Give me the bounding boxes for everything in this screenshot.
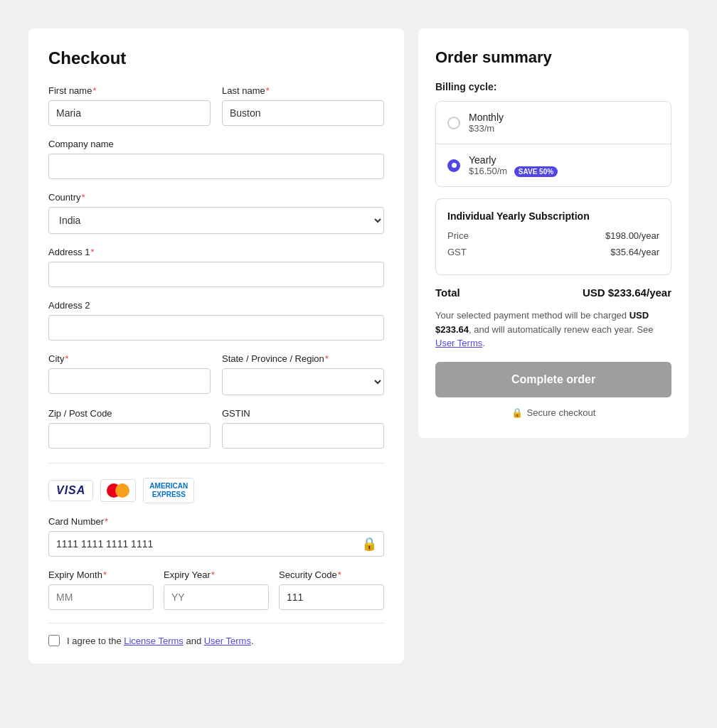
zip-label: Zip / Post Code xyxy=(48,408,211,419)
zip-group: Zip / Post Code xyxy=(48,408,211,449)
gst-label: GST xyxy=(447,247,467,257)
terms-checkbox[interactable] xyxy=(48,635,60,646)
price-row: Price $198.00/year xyxy=(447,230,659,241)
required-star: * xyxy=(211,569,215,580)
zip-input[interactable] xyxy=(48,423,211,449)
address2-group: Address 2 xyxy=(48,300,384,341)
state-label: State / Province / Region* xyxy=(222,353,384,364)
city-group: City* xyxy=(48,353,211,395)
security-code-group: Security Code* xyxy=(279,569,384,610)
gst-value: $35.64/year xyxy=(610,247,659,257)
expiry-year-label: Expiry Year* xyxy=(164,569,269,580)
last-name-label: Last name* xyxy=(222,85,384,96)
monthly-radio[interactable] xyxy=(447,117,460,129)
security-code-input[interactable] xyxy=(279,584,384,610)
security-code-label: Security Code* xyxy=(279,569,384,580)
user-terms-link-left[interactable]: User Terms xyxy=(204,636,251,646)
payment-logos: VISA AMERICANEXPRESS xyxy=(48,478,384,503)
order-panel: Order summary Billing cycle: Monthly $33… xyxy=(418,28,689,438)
payment-notice: Your selected payment method will be cha… xyxy=(435,309,671,350)
save-badge: SAVE 50% xyxy=(514,166,558,177)
total-value: USD $233.64/year xyxy=(583,287,671,299)
address1-input[interactable] xyxy=(48,262,384,287)
card-number-label: Card Number* xyxy=(48,516,384,527)
monthly-option-content: Monthly $33/m xyxy=(469,112,659,134)
user-terms-link-right[interactable]: User Terms xyxy=(435,338,482,348)
monthly-option-name: Monthly xyxy=(469,112,659,123)
card-lock-icon: 🔒 xyxy=(361,536,377,552)
expiry-month-group: Expiry Month* xyxy=(48,569,154,610)
secure-checkout-text: Secure checkout xyxy=(527,407,596,418)
gst-row: GST $35.64/year xyxy=(447,247,659,257)
expiry-year-group: Expiry Year* xyxy=(164,569,269,610)
gstin-input[interactable] xyxy=(222,423,384,449)
license-terms-link[interactable]: License Terms xyxy=(124,636,184,646)
price-label: Price xyxy=(447,230,469,241)
card-number-input[interactable] xyxy=(48,531,384,557)
yearly-radio[interactable] xyxy=(447,159,460,172)
yearly-radio-inner xyxy=(452,163,457,168)
gstin-label: GSTIN xyxy=(222,408,384,419)
address1-label: Address 1* xyxy=(48,247,384,257)
required-star: * xyxy=(82,192,85,203)
expiry-year-input[interactable] xyxy=(164,584,269,610)
zip-gstin-row: Zip / Post Code GSTIN xyxy=(48,408,384,449)
company-name-input[interactable] xyxy=(48,154,384,179)
name-row: First name* Last name* xyxy=(48,85,384,126)
price-value: $198.00/year xyxy=(605,230,659,241)
subscription-title: Individual Yearly Subscription xyxy=(447,210,659,222)
city-state-row: City* State / Province / Region* xyxy=(48,353,384,395)
first-name-input[interactable] xyxy=(48,100,211,126)
address2-label: Address 2 xyxy=(48,300,384,311)
required-star: * xyxy=(325,353,329,364)
state-group: State / Province / Region* xyxy=(222,353,384,395)
company-name-group: Company name xyxy=(48,139,384,179)
secure-checkout: 🔒 Secure checkout xyxy=(435,407,671,418)
billing-option-monthly[interactable]: Monthly $33/m xyxy=(436,102,671,144)
required-star: * xyxy=(105,516,108,527)
first-name-label: First name* xyxy=(48,85,211,96)
mc-orange-circle xyxy=(115,483,129,498)
required-star: * xyxy=(266,85,270,96)
total-row: Total USD $233.64/year xyxy=(435,287,671,299)
required-star: * xyxy=(65,353,68,364)
terms-text: I agree to the License Terms and User Te… xyxy=(67,636,254,646)
country-label: Country* xyxy=(48,192,384,203)
billing-option-yearly[interactable]: Yearly $16.50/m SAVE 50% xyxy=(436,144,671,186)
company-name-label: Company name xyxy=(48,139,384,149)
card-number-group: Card Number* 🔒 xyxy=(48,516,384,557)
city-input[interactable] xyxy=(48,368,211,394)
billing-options: Monthly $33/m Yearly $16.50/m SAVE 50% xyxy=(435,101,671,187)
required-star: * xyxy=(338,569,341,580)
amex-logo: AMERICANEXPRESS xyxy=(143,478,194,503)
yearly-option-price: $16.50/m SAVE 50% xyxy=(469,166,659,176)
required-star: * xyxy=(92,85,96,96)
secure-lock-icon: 🔒 xyxy=(511,407,523,418)
required-star: * xyxy=(91,247,95,257)
expiry-month-input[interactable] xyxy=(48,584,154,610)
divider xyxy=(48,463,384,464)
city-label: City* xyxy=(48,353,211,364)
last-name-input[interactable] xyxy=(222,100,384,126)
gstin-group: GSTIN xyxy=(222,408,384,449)
terms-section: I agree to the License Terms and User Te… xyxy=(48,623,384,646)
yearly-option-name: Yearly xyxy=(469,154,659,166)
complete-order-button[interactable]: Complete order xyxy=(435,362,671,397)
required-star: * xyxy=(103,569,107,580)
expiry-security-row: Expiry Month* Expiry Year* Security Code… xyxy=(48,569,384,610)
country-select[interactable]: India USA UK xyxy=(48,207,384,234)
address2-input[interactable] xyxy=(48,315,384,341)
expiry-month-label: Expiry Month* xyxy=(48,569,154,580)
state-select[interactable] xyxy=(222,368,384,395)
first-name-group: First name* xyxy=(48,85,211,126)
visa-logo: VISA xyxy=(48,480,93,501)
card-number-wrapper: 🔒 xyxy=(48,531,384,557)
address1-group: Address 1* xyxy=(48,247,384,287)
billing-cycle-label: Billing cycle: xyxy=(435,81,671,92)
checkout-title: Checkout xyxy=(48,48,384,68)
checkout-panel: Checkout First name* Last name* Company … xyxy=(28,28,404,663)
last-name-group: Last name* xyxy=(222,85,384,126)
country-group: Country* India USA UK xyxy=(48,192,384,234)
yearly-option-content: Yearly $16.50/m SAVE 50% xyxy=(469,154,659,176)
subscription-box: Individual Yearly Subscription Price $19… xyxy=(435,198,671,275)
